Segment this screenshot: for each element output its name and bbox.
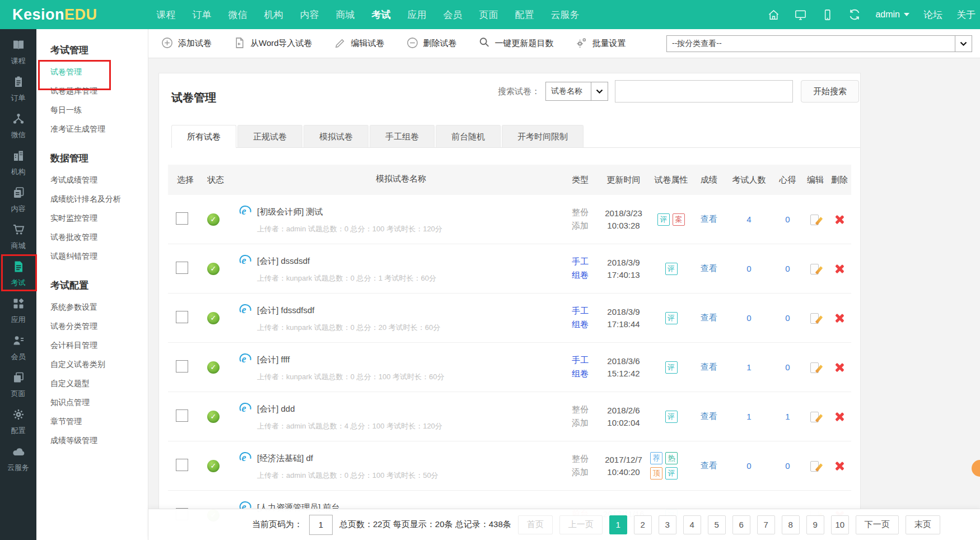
delete-icon[interactable] bbox=[835, 314, 844, 323]
page-button-6[interactable]: 6 bbox=[732, 515, 750, 534]
delete-icon[interactable] bbox=[835, 363, 844, 372]
current-page-input[interactable] bbox=[309, 515, 333, 535]
page-button-7[interactable]: 7 bbox=[757, 515, 775, 534]
submenu-item-admission-ticket[interactable]: 准考证生成管理 bbox=[50, 119, 148, 138]
add-paper-button[interactable]: 添加试卷 bbox=[161, 36, 212, 51]
search-input[interactable] bbox=[615, 80, 793, 103]
first-page-button[interactable]: 首页 bbox=[518, 515, 553, 534]
admin-menu[interactable]: admin bbox=[875, 10, 909, 20]
view-score-link[interactable]: 查看 bbox=[701, 313, 717, 323]
tab-all-papers[interactable]: 所有试卷 bbox=[171, 125, 236, 148]
tab-mock-papers[interactable]: 模拟试卷 bbox=[304, 125, 368, 147]
submenu-item-error-correction[interactable]: 试题纠错管理 bbox=[50, 246, 148, 266]
page-button-10[interactable]: 10 bbox=[831, 515, 849, 534]
edit-icon[interactable] bbox=[810, 411, 821, 422]
view-score-link[interactable]: 查看 bbox=[701, 214, 717, 225]
start-search-button[interactable]: 开始搜索 bbox=[801, 80, 859, 103]
submenu-item-system-params[interactable]: 系统参数设置 bbox=[50, 297, 148, 316]
search-field-select[interactable]: 试卷名称 bbox=[545, 82, 608, 101]
tab-frontend-random[interactable]: 前台随机 bbox=[436, 125, 501, 147]
row-checkbox[interactable] bbox=[176, 311, 188, 323]
row-checkbox[interactable] bbox=[176, 212, 188, 225]
edit-icon[interactable] bbox=[810, 460, 821, 472]
sidebar-item-orders[interactable]: 订单 bbox=[0, 71, 36, 108]
page-button-9[interactable]: 9 bbox=[806, 515, 824, 534]
paper-name[interactable]: [会计] dssdsdf bbox=[257, 256, 310, 267]
refresh-icon[interactable] bbox=[848, 8, 861, 21]
row-checkbox[interactable] bbox=[176, 360, 188, 373]
sidebar-item-mall[interactable]: 商城 bbox=[0, 218, 36, 255]
submenu-item-custom-question-type[interactable]: 自定义题型 bbox=[50, 374, 148, 393]
edit-icon[interactable] bbox=[810, 362, 821, 373]
page-button-8[interactable]: 8 bbox=[782, 515, 800, 534]
sidebar-item-config[interactable]: 配置 bbox=[0, 403, 36, 440]
nav-members[interactable]: 会员 bbox=[444, 8, 463, 21]
monitor-icon[interactable] bbox=[794, 8, 807, 21]
mobile-icon[interactable] bbox=[821, 8, 834, 21]
view-score-link[interactable]: 查看 bbox=[701, 362, 717, 373]
sidebar-item-wechat[interactable]: 微信 bbox=[0, 108, 36, 145]
submenu-item-grade-levels[interactable]: 成绩等级管理 bbox=[50, 431, 148, 450]
nav-config[interactable]: 配置 bbox=[515, 8, 534, 21]
paper-name[interactable]: [会计] ffff bbox=[257, 355, 290, 365]
tab-exam-time-limit[interactable]: 开考时间限制 bbox=[502, 125, 584, 147]
submenu-item-score-management[interactable]: 考试成绩管理 bbox=[50, 170, 148, 189]
nav-courses[interactable]: 课程 bbox=[157, 8, 176, 21]
nav-content[interactable]: 内容 bbox=[300, 8, 319, 21]
floating-action-button[interactable] bbox=[972, 460, 980, 477]
view-score-link[interactable]: 查看 bbox=[701, 411, 717, 422]
home-icon[interactable] bbox=[767, 8, 780, 21]
tab-formal-papers[interactable]: 正规试卷 bbox=[237, 125, 302, 147]
row-checkbox[interactable] bbox=[176, 409, 188, 422]
submenu-item-daily-practice[interactable]: 每日一练 bbox=[50, 100, 148, 119]
edit-icon[interactable] bbox=[810, 214, 821, 225]
sidebar-item-organization[interactable]: 机构 bbox=[0, 145, 36, 181]
about-link[interactable]: 关于 bbox=[956, 8, 976, 21]
sidebar-item-content[interactable]: 内容 bbox=[0, 181, 36, 218]
batch-settings-button[interactable]: 批量设置 bbox=[575, 36, 626, 51]
submenu-item-realtime-monitor[interactable]: 实时监控管理 bbox=[50, 208, 148, 227]
submenu-item-paper-grading[interactable]: 试卷批改管理 bbox=[50, 227, 148, 246]
page-button-4[interactable]: 4 bbox=[683, 515, 701, 534]
nav-cloud[interactable]: 云服务 bbox=[551, 8, 580, 21]
page-button-1[interactable]: 1 bbox=[609, 515, 627, 534]
delete-icon[interactable] bbox=[835, 215, 844, 224]
submenu-item-score-statistics[interactable]: 成绩统计排名及分析 bbox=[50, 189, 148, 208]
nav-orders[interactable]: 订单 bbox=[193, 8, 212, 21]
page-button-5[interactable]: 5 bbox=[708, 515, 726, 534]
tab-manual-papers[interactable]: 手工组卷 bbox=[370, 125, 435, 147]
nav-pages[interactable]: 页面 bbox=[479, 8, 498, 21]
delete-paper-button[interactable]: 删除试卷 bbox=[406, 36, 457, 51]
category-filter-select[interactable]: --按分类查看-- bbox=[666, 35, 972, 52]
submenu-item-chapters[interactable]: 章节管理 bbox=[50, 412, 148, 431]
forum-link[interactable]: 论坛 bbox=[923, 8, 942, 21]
edit-icon[interactable] bbox=[810, 263, 821, 274]
nav-exam[interactable]: 考试 bbox=[372, 8, 391, 21]
view-score-link[interactable]: 查看 bbox=[701, 263, 717, 274]
submenu-item-paper-category[interactable]: 试卷分类管理 bbox=[50, 316, 148, 336]
paper-name[interactable]: [会计] fdssdfsdf bbox=[257, 305, 315, 316]
edit-icon[interactable] bbox=[810, 313, 821, 324]
submenu-item-accounting-subject[interactable]: 会计科目管理 bbox=[50, 336, 148, 355]
row-checkbox[interactable] bbox=[176, 262, 188, 274]
import-word-button[interactable]: 从Word导入试卷 bbox=[233, 36, 312, 51]
nav-wechat[interactable]: 微信 bbox=[228, 8, 248, 21]
sidebar-item-apps[interactable]: 应用 bbox=[0, 292, 36, 329]
sidebar-item-pages[interactable]: 页面 bbox=[0, 366, 36, 403]
row-checkbox[interactable] bbox=[176, 459, 188, 471]
delete-icon[interactable] bbox=[835, 264, 844, 273]
submenu-item-paper-management[interactable]: 试卷管理 bbox=[50, 62, 148, 81]
submenu-item-knowledge-points[interactable]: 知识点管理 bbox=[50, 393, 148, 412]
paper-name[interactable]: [初级会计师] 测试 bbox=[257, 207, 323, 217]
paper-name[interactable]: [会计] ddd bbox=[257, 404, 295, 415]
edit-paper-button[interactable]: 编辑试卷 bbox=[334, 36, 385, 51]
submenu-item-question-bank[interactable]: 试卷题库管理 bbox=[50, 81, 148, 100]
paper-name[interactable]: [经济法基础] df bbox=[257, 453, 313, 464]
nav-apps[interactable]: 应用 bbox=[408, 8, 427, 21]
sidebar-item-members[interactable]: 会员 bbox=[0, 329, 36, 366]
next-page-button[interactable]: 下一页 bbox=[856, 515, 899, 534]
prev-page-button[interactable]: 上一页 bbox=[559, 515, 603, 534]
app-logo[interactable]: KesionEDU bbox=[12, 6, 97, 24]
last-page-button[interactable]: 末页 bbox=[906, 515, 940, 534]
page-button-3[interactable]: 3 bbox=[659, 515, 676, 534]
